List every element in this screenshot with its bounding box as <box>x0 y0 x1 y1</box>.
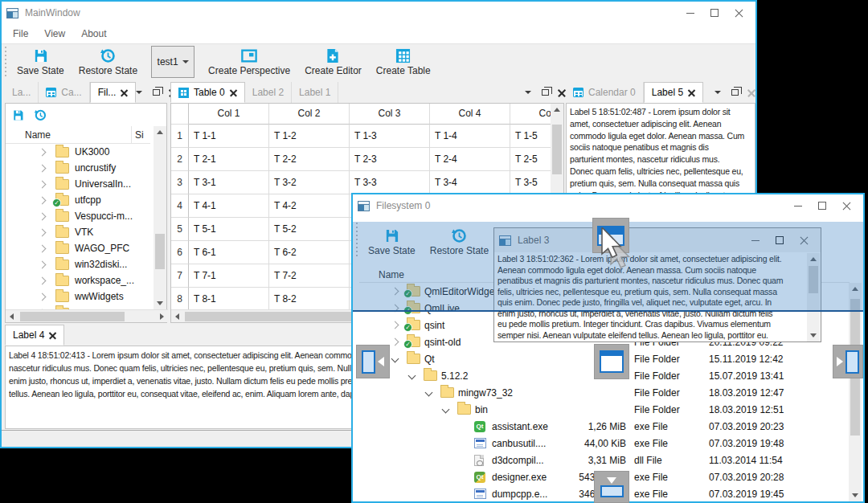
tree-item[interactable]: utfcpp <box>6 192 150 208</box>
table-cell[interactable]: T 3-3 <box>350 171 430 194</box>
create-table-button[interactable]: Create Table <box>369 47 438 77</box>
tree-item[interactable]: binFile Folder18.03.2019 12:51 <box>353 401 850 418</box>
row-number[interactable]: 6 <box>171 241 189 264</box>
row-number[interactable]: 3 <box>171 171 189 194</box>
tree-item[interactable]: Vespucci-m... <box>6 208 150 224</box>
chevron-right-icon[interactable] <box>39 196 47 204</box>
tab-calendar-0[interactable]: Calendar 0 <box>566 82 644 103</box>
perspective-dropdown[interactable]: test1 <box>151 46 194 78</box>
float-panel-button[interactable] <box>539 87 551 98</box>
tree-item[interactable]: VTK <box>6 224 150 240</box>
row-number[interactable]: 7 <box>171 264 189 288</box>
chevron-right-icon[interactable] <box>39 180 47 188</box>
chevron-down-icon[interactable] <box>408 372 416 380</box>
left-tree-hscrollbar[interactable] <box>6 309 168 322</box>
close-tab-icon[interactable] <box>121 89 128 96</box>
create-editor-button[interactable]: Create Editor <box>297 47 369 77</box>
menu-view[interactable]: View <box>36 28 73 39</box>
tree-item[interactable]: WAGO_PFC <box>6 240 150 256</box>
tree-item[interactable]: workspace_... <box>6 272 150 288</box>
tab-label-1[interactable]: Label 1 <box>292 82 338 103</box>
close-tab-icon[interactable] <box>230 89 237 96</box>
restore-state-button[interactable]: Restore State <box>72 47 145 77</box>
tree-item[interactable]: win32diski... <box>6 256 150 272</box>
table-cell[interactable]: T 1-2 <box>269 125 350 148</box>
close-button[interactable] <box>834 197 858 215</box>
tab-label-5[interactable]: Label 5 <box>644 82 703 103</box>
tab-label-2[interactable]: Label 2 <box>245 82 292 103</box>
menu-about[interactable]: About <box>73 28 114 39</box>
dock-indicator-left[interactable] <box>356 345 390 378</box>
chevron-right-icon[interactable] <box>39 228 47 236</box>
chevron-down-icon[interactable] <box>425 389 433 397</box>
close-tab-icon[interactable] <box>688 89 695 96</box>
table-cell[interactable]: T 1-5 <box>510 125 551 148</box>
table-cell[interactable]: T 4-2 <box>269 194 350 218</box>
tab-label-4[interactable]: Label 4 <box>5 325 64 346</box>
chevron-down-icon[interactable] <box>442 406 450 414</box>
chevron-right-icon[interactable] <box>39 148 47 156</box>
history-icon[interactable] <box>34 108 47 121</box>
main-titlebar[interactable]: MainWindow <box>2 2 755 24</box>
table-cell[interactable]: T 2-2 <box>269 148 350 171</box>
table-cell[interactable]: T 2-4 <box>430 148 510 171</box>
table-cell[interactable]: T 1-3 <box>350 125 430 148</box>
tree-item[interactable]: assistant.exe1,26 MiBexe File07.03.2019 … <box>353 418 850 435</box>
chevron-right-icon[interactable] <box>39 292 47 301</box>
tab-fil-[interactable]: Fil... <box>90 82 137 103</box>
menu-file[interactable]: File <box>5 28 36 39</box>
table-cell[interactable]: T 7-2 <box>269 264 350 288</box>
chevron-right-icon[interactable] <box>39 244 47 252</box>
table-cell[interactable]: T 1-1 <box>189 125 269 148</box>
minimize-button[interactable] <box>786 197 810 215</box>
close-button[interactable] <box>727 4 751 22</box>
column-header[interactable]: Col 3 <box>350 104 430 125</box>
row-number[interactable]: 1 <box>171 125 189 148</box>
row-number[interactable]: 4 <box>171 194 189 218</box>
dock-indicator-center[interactable] <box>594 344 629 379</box>
close-panel-button[interactable] <box>746 87 757 98</box>
filesystem-vscrollbar[interactable] <box>849 283 862 501</box>
row-number[interactable]: 8 <box>171 288 189 309</box>
table-cell[interactable]: T 3-1 <box>189 171 269 194</box>
table-cell[interactable]: T 8-2 <box>269 288 350 309</box>
chevron-right-icon[interactable] <box>391 321 399 329</box>
row-number[interactable]: 5 <box>171 218 189 241</box>
dock-indicator-bottom[interactable] <box>594 471 629 503</box>
minimize-button[interactable] <box>678 4 702 22</box>
table-cell[interactable]: T 6-1 <box>189 241 269 264</box>
table-cell[interactable]: T 1-4 <box>430 125 510 148</box>
maximize-button[interactable] <box>702 4 727 22</box>
column-header[interactable]: Col 4 <box>430 104 510 125</box>
table-cell[interactable]: T 5-2 <box>269 218 350 241</box>
table-cell[interactable]: T 4-1 <box>189 194 269 218</box>
save-icon[interactable] <box>12 109 24 121</box>
chevron-down-icon[interactable] <box>391 355 399 363</box>
chevron-right-icon[interactable] <box>39 164 47 172</box>
tab-menu-button[interactable] <box>712 87 723 98</box>
tree-item[interactable]: mingw73_32File Folder18.03.2019 12:47 <box>353 384 850 401</box>
chevron-right-icon[interactable] <box>39 260 47 268</box>
tab-ca-[interactable]: Ca... <box>39 82 89 103</box>
table-cell[interactable]: T 7-1 <box>189 264 269 288</box>
table-cell[interactable]: T 2-1 <box>189 148 269 171</box>
save-state-button[interactable]: Save State <box>10 47 72 77</box>
column-header-name[interactable]: Name Si <box>6 126 150 144</box>
table-cell[interactable]: T 3-2 <box>269 171 350 194</box>
tree-item[interactable]: UK3000 <box>6 144 150 160</box>
create-perspective-button[interactable]: Create Perspective <box>201 47 297 77</box>
table-cell[interactable]: T 3-4 <box>430 171 510 194</box>
tree-item[interactable]: wwWidgets <box>6 288 150 305</box>
row-number[interactable]: 2 <box>171 148 189 171</box>
column-header[interactable]: Col 5 <box>510 104 551 125</box>
maximize-button[interactable] <box>810 197 834 215</box>
left-tree-vscrollbar[interactable] <box>154 126 166 309</box>
table-cell[interactable]: T 3-5 <box>510 171 551 194</box>
table-cell[interactable]: T 2-3 <box>350 148 430 171</box>
filesystem-titlebar[interactable]: Filesystem 0 <box>353 194 863 217</box>
toolbar-drag-handle[interactable] <box>3 47 8 77</box>
tree-item[interactable]: uncrustify <box>6 160 150 176</box>
tab-table-0[interactable]: Table 0 <box>170 82 245 103</box>
tree-item[interactable]: UniversalIn... <box>6 176 150 192</box>
float-panel-button[interactable] <box>729 87 740 98</box>
